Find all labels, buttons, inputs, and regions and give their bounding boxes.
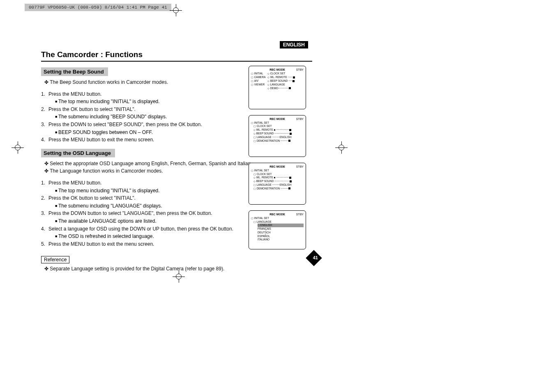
reference-label: Reference	[41, 256, 69, 263]
lcd-screen-3: REC MODESTBY INITIAL SET CLOCK SET WL. R…	[249, 163, 306, 205]
lcd-screen-1: REC MODESTBY INITIAL CAMERA A/V VIEWER C…	[249, 66, 306, 109]
lcd-screen-4: REC MODESTBY INITIAL SET LANGUAGE ◇ ENGL…	[249, 210, 306, 249]
crop-mark-icon	[335, 141, 348, 154]
reference-bullets: Separate Language setting is provided fo…	[44, 265, 312, 273]
section-heading-beep: Setting the Beep Sound	[41, 67, 108, 76]
crop-mark-icon	[12, 141, 24, 154]
page-title: The Camcorder : Functions	[41, 50, 312, 62]
bullet-item: Separate Language setting is provided fo…	[44, 265, 312, 273]
crop-mark-icon	[170, 4, 182, 16]
lcd-screen-2: REC MODESTBY INITIAL SET CLOCK SET WL. R…	[249, 115, 306, 157]
section-heading-osd: Setting the OSD Language	[41, 149, 115, 157]
print-header: 00779F VPD6050-UK (008-059) 8/16/04 1:41…	[25, 4, 171, 11]
language-badge: ENGLISH	[280, 41, 308, 48]
